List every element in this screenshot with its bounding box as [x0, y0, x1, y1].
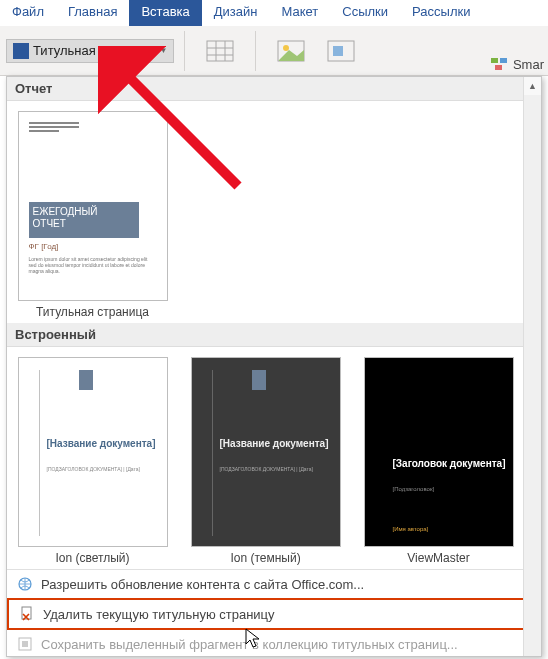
thumb3-title: [Название документа] [220, 438, 329, 449]
scroll-up-icon[interactable]: ▲ [524, 77, 541, 95]
save-label: Сохранить выделенный фрагмент в коллекци… [41, 637, 458, 652]
svg-rect-0 [207, 41, 233, 61]
smartart-icon [491, 56, 509, 72]
thumb-viewmaster-preview[interactable]: [Заголовок документа] [Подзаголовок] [Им… [364, 357, 514, 547]
tab-home[interactable]: Главная [56, 0, 129, 26]
thumb-ion-light[interactable]: [Название документа] [ПОДЗАГОЛОВОК ДОКУМ… [15, 357, 170, 565]
svg-point-6 [283, 45, 289, 51]
ribbon-separator [255, 31, 256, 71]
svg-rect-11 [495, 65, 502, 70]
thumb2-sub: [ПОДЗАГОЛОВОК ДОКУМЕНТА] | [Дата] [47, 466, 155, 473]
thumb-ion-dark[interactable]: [Название документа] [ПОДЗАГОЛОВОК ДОКУМ… [188, 357, 343, 565]
thumb4-foot: [Имя автора] [393, 526, 429, 532]
section-header-report: Отчет [7, 77, 541, 101]
thumb1-title2: ОТЧЕТ [33, 218, 66, 229]
cover-page-gallery: ▲ Отчет ЕЖЕГОДНЫЙ ОТЧЕТ ФГ [Год] Lorem i… [6, 76, 542, 657]
thumb3-label: Ion (темный) [230, 551, 300, 565]
thumb-ion-light-preview[interactable]: [Название документа] [ПОДЗАГОЛОВОК ДОКУМ… [18, 357, 168, 547]
thumb2-label: Ion (светлый) [55, 551, 129, 565]
section-body-builtin: [Название документа] [ПОДЗАГОЛОВОК ДОКУМ… [7, 347, 541, 569]
tab-bar: Файл Главная Вставка Дизайн Макет Ссылки… [0, 0, 548, 26]
svg-rect-10 [500, 58, 507, 63]
svg-rect-8 [333, 46, 343, 56]
page-icon [13, 43, 29, 59]
save-selection-to-gallery: Сохранить выделенный фрагмент в коллекци… [7, 630, 541, 658]
thumb1-sub: ФГ [Год] [29, 242, 59, 251]
online-pictures-icon[interactable] [324, 37, 358, 65]
tab-design[interactable]: Дизайн [202, 0, 270, 26]
smartart-button[interactable]: Smar [491, 56, 544, 72]
tab-references[interactable]: Ссылки [330, 0, 400, 26]
title-page-dropdown[interactable]: Титульная страница ▼ [6, 39, 174, 63]
thumb2-title: [Название документа] [47, 438, 156, 449]
thumb4-label: ViewMaster [407, 551, 469, 565]
ribbon-separator [184, 31, 185, 71]
svg-rect-9 [491, 58, 498, 63]
update-label: Разрешить обновление контента с сайта Of… [41, 577, 364, 592]
pictures-icon[interactable] [274, 37, 308, 65]
smartart-label: Smar [513, 57, 544, 72]
tab-insert[interactable]: Вставка [129, 0, 201, 26]
svg-rect-15 [22, 641, 28, 647]
thumb1-title1: ЕЖЕГОДНЫЙ [33, 206, 98, 217]
thumb-ion-dark-preview[interactable]: [Название документа] [ПОДЗАГОЛОВОК ДОКУМ… [191, 357, 341, 547]
remove-label: Удалить текущую титульную страницу [43, 607, 275, 622]
remove-cover-page[interactable]: Удалить текущую титульную страницу [7, 598, 541, 630]
allow-office-update[interactable]: Разрешить обновление контента с сайта Of… [7, 570, 541, 598]
tab-file[interactable]: Файл [0, 0, 56, 26]
thumb4-title: [Заголовок документа] [393, 458, 506, 469]
thumb-report-preview[interactable]: ЕЖЕГОДНЫЙ ОТЧЕТ ФГ [Год] Lorem ipsum dol… [18, 111, 168, 301]
section-body-report: ЕЖЕГОДНЫЙ ОТЧЕТ ФГ [Год] Lorem ipsum dol… [7, 101, 541, 323]
caret-down-icon: ▼ [159, 46, 167, 55]
thumb4-sub: [Подзаголовок] [393, 486, 435, 492]
thumb3-sub: [ПОДЗАГОЛОВОК ДОКУМЕНТА] | [Дата] [220, 466, 328, 473]
title-page-label: Титульная страница [33, 43, 155, 58]
save-gallery-icon [17, 636, 33, 652]
tab-layout[interactable]: Макет [269, 0, 330, 26]
thumb1-body: Lorem ipsum dolor sit amet consectetur a… [29, 256, 157, 274]
globe-icon [17, 576, 33, 592]
remove-page-icon [19, 606, 35, 622]
tab-mailings[interactable]: Рассылки [400, 0, 482, 26]
table-icon[interactable] [203, 37, 237, 65]
thumb-report[interactable]: ЕЖЕГОДНЫЙ ОТЧЕТ ФГ [Год] Lorem ipsum dol… [15, 111, 170, 319]
thumb-viewmaster[interactable]: [Заголовок документа] [Подзаголовок] [Им… [361, 357, 516, 565]
ribbon: Титульная страница ▼ Smar [0, 26, 548, 76]
thumb1-label: Титульная страница [36, 305, 149, 319]
section-header-builtin: Встроенный [7, 323, 541, 347]
gallery-footer: Разрешить обновление контента с сайта Of… [7, 569, 541, 658]
